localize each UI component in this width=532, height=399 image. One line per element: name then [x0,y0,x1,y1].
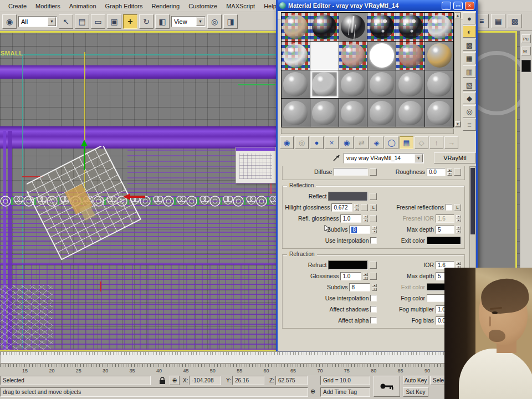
sample-horizontal-scrollbar[interactable] [281,129,454,134]
spin-down-icon[interactable]: ▼ [456,230,461,233]
material-name-dropdown[interactable]: vray vray VRayMtl_14 ▼ [344,153,424,163]
sample-slot-17[interactable] [396,70,424,99]
select-and-rotate-icon[interactable]: ↻ [139,14,154,29]
y-coord-field[interactable]: 26.16 [232,376,264,385]
spin-up-icon[interactable]: ▲ [456,226,461,229]
timeline-frame-15[interactable]: 15 [22,368,28,374]
spinner[interactable]: ▲▼ [363,273,368,280]
make-material-copy-icon[interactable]: ◉ [340,136,354,149]
go-forward-to-sibling-icon[interactable]: → [444,136,458,149]
sample-slot-11[interactable] [396,42,424,70]
make-unique-icon[interactable]: ⇄ [355,136,369,149]
sample-slot-2[interactable] [310,13,339,41]
spinner[interactable]: ▲▼ [354,204,359,211]
menu-maxscript[interactable]: MAXScript [222,1,259,11]
move-gizmo-x-axis[interactable] [130,196,145,198]
render-setup-icon[interactable]: ▩ [508,14,522,28]
sample-slot-8[interactable] [310,42,339,70]
menu-animation[interactable]: Animation [65,1,100,11]
sample-slot-6[interactable] [425,13,453,41]
spinner[interactable]: ▲▼ [372,226,377,233]
param-field-selected[interactable]: 8 [349,226,370,234]
param-field[interactable]: 1.0 [340,214,361,223]
show-end-result-icon[interactable]: ◇ [415,136,428,149]
param-field[interactable]: 8 [349,283,370,291]
reset-map-mtl-icon[interactable]: × [325,136,339,149]
backlight-icon[interactable]: ◐ [463,25,476,38]
lock-button[interactable]: L [454,204,461,211]
curve-editor-icon[interactable]: ▦ [491,14,505,28]
map-button[interactable] [370,273,377,280]
maximize-button[interactable]: ▭ [453,2,463,10]
x-coord-field[interactable]: -104.208 [189,376,221,385]
timeline-frame-45[interactable]: 45 [183,368,188,374]
spin-up-icon[interactable]: ▲ [363,273,368,276]
sample-slot-1[interactable] [282,13,310,41]
spin-down-icon[interactable]: ▼ [363,219,368,222]
use-pivot-point-icon[interactable]: ◎ [207,14,222,29]
material-editor-titlebar[interactable]: Material Editor - vray vray VRayMtl_14 _… [278,0,476,11]
map-button[interactable] [370,262,377,269]
sample-slot-18[interactable] [425,70,453,99]
spin-up-icon[interactable]: ▲ [354,204,359,207]
sample-uv-tiling-icon[interactable]: ▦ [463,52,476,64]
sample-slot-7[interactable] [282,42,310,70]
spin-down-icon[interactable]: ▼ [372,230,377,233]
material-type-button[interactable]: VRayMtl [434,152,476,163]
spin-up-icon[interactable]: ▲ [372,226,377,229]
spinner[interactable]: ▲▼ [363,215,368,222]
spin-up-icon[interactable]: ▲ [456,262,461,265]
menu-create[interactable]: Create [4,1,30,11]
map-button[interactable] [361,204,368,211]
timeline-frame-55[interactable]: 55 [237,368,242,374]
spin-up-icon[interactable]: ▲ [372,284,377,287]
param-field[interactable]: 1.0 [340,272,361,280]
selection-filter-dropdown[interactable]: All▼ [18,16,57,27]
lock-button[interactable]: L [370,204,377,211]
chevron-down-icon[interactable]: ▼ [415,154,423,162]
spinner[interactable]: ▲▼ [447,168,452,176]
map-button[interactable] [370,193,377,200]
auto-key-button[interactable]: Auto Key [403,376,428,385]
timeline-frame-75[interactable]: 75 [344,368,350,374]
menu-customize[interactable]: Customize [185,1,221,11]
sample-slot-4[interactable] [367,13,396,41]
timeline-frame-80[interactable]: 80 [371,368,376,374]
add-time-tag-field[interactable]: Add Time Tag [320,387,370,397]
rectangular-selection-region-icon[interactable]: ▭ [91,14,105,29]
spin-down-icon[interactable]: ▼ [447,172,452,176]
color-swatch[interactable] [328,192,368,201]
timeline-frame-20[interactable]: 20 [49,368,54,374]
timeline-frame-35[interactable]: 35 [130,368,135,374]
sample-slot-14[interactable] [310,70,339,99]
param-field[interactable]: 0.0 [427,168,446,176]
mirror-icon[interactable]: ◨ [223,14,238,29]
checkbox[interactable] [370,237,377,244]
options-icon[interactable]: ◆ [463,92,476,104]
spin-up-icon[interactable]: ▲ [447,168,452,172]
menu-rendering[interactable]: Rendering [147,1,183,11]
menu-modifiers[interactable]: Modifiers [32,1,64,11]
param-field[interactable]: 0.672 [331,203,352,212]
go-to-parent-icon[interactable]: ↑ [429,136,443,149]
spin-down-icon[interactable]: ▼ [363,277,368,280]
color-swatch[interactable] [328,260,368,270]
color-swatch[interactable] [334,168,368,176]
minimize-button[interactable]: _ [442,2,451,10]
command-panel-field-pu[interactable]: Pu [521,34,531,43]
absolute-mode-transform-icon[interactable]: ⊕ [170,376,180,385]
z-coord-field[interactable]: 62.575 [275,376,308,385]
select-and-scale-icon[interactable]: ◧ [155,14,170,29]
sample-slot-24[interactable] [425,99,453,127]
schematic-view-icon[interactable]: ◉ [2,14,17,29]
select-by-material-icon[interactable]: ◎ [463,105,476,117]
background-icon[interactable]: ▩ [463,39,476,51]
timeline-frame-50[interactable]: 50 [210,368,216,374]
spin-down-icon[interactable]: ▼ [354,208,359,211]
move-gizmo-x-arrow-icon[interactable] [123,193,130,200]
get-material-icon[interactable]: ◉ [280,136,294,149]
sample-slot-19[interactable] [282,99,310,127]
sample-slot-9[interactable] [339,42,367,70]
spin-up-icon[interactable]: ▲ [456,215,461,218]
put-to-library-icon[interactable]: ◈ [370,136,383,149]
